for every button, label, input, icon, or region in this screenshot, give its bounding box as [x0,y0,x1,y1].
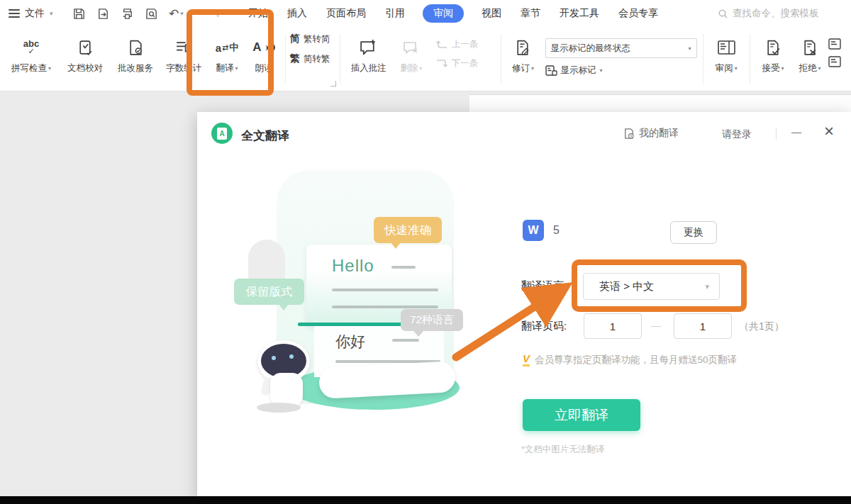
proofread-button[interactable]: 文档校对 [60,33,111,74]
menu-tab-bar: 开始 插入 页面布局 引用 审阅 视图 章节 开发工具 会员专享 [247,0,660,27]
translate-now-button[interactable]: 立即翻译 [523,399,640,431]
my-translations-icon [623,128,635,140]
file-menu[interactable]: 文件 ▾ [9,0,53,27]
page-from-input[interactable]: 1 [584,313,642,339]
close-button[interactable]: × [824,123,834,140]
previous-comment-button[interactable]: 上一条 [435,38,496,50]
tab-view[interactable]: 视图 [480,5,503,22]
ribbon-divider [750,34,750,84]
insert-comment-icon [359,33,378,62]
wps-writer-window: 文件 ▾ ↶▾ ↷ ∨ 开始 插入 页面布局 引用 审阅 视图 章节 开发工具 … [0,0,851,504]
tab-review[interactable]: 审阅 [423,4,464,23]
spellcheck-button[interactable]: abc✓ 拼写检查▾ [3,33,60,74]
ribbon-review: abc✓ 拼写检查▾ 文档校对 批改服务 字数统计 a⇄中 翻译▾ A 朗读 [0,27,851,91]
tag-keep-layout: 保留版式 [234,279,304,305]
hamburger-icon [9,9,20,18]
markup-state-dropdown[interactable]: 显示标记的最终状态▾ [545,38,697,58]
tab-page-layout[interactable]: 页面布局 [325,5,367,22]
tab-dev-tools[interactable]: 开发工具 [558,5,601,22]
simplified-icon: 简 [290,33,300,45]
partial-icon [828,56,847,67]
document-area [469,94,851,114]
save-button[interactable] [72,7,86,21]
read-aloud-button[interactable]: A 朗读 [247,33,281,74]
undo-button[interactable]: ↶▾ [169,8,184,20]
next-comment-button[interactable]: 下一条 [435,57,496,69]
robot-body [270,373,303,407]
redo-button[interactable]: ↷ [194,7,204,20]
customize-toolbar-button[interactable]: ∨ [215,7,221,20]
tab-insert[interactable]: 插入 [286,5,308,22]
translate-button[interactable]: a⇄中 翻译▾ [207,33,247,74]
total-pages: （共1页） [739,320,784,333]
review-pane-button[interactable]: 审阅▾ [707,33,745,74]
traditional-icon: 繁 [290,52,300,65]
ribbon-group-convert: 简繁转简 繁简转繁 [287,27,338,91]
document-proof-icon [77,33,94,62]
track-changes-icon [514,33,532,62]
quick-access-toolbar: ↶▾ ↷ ∨ [72,0,221,27]
language-dropdown[interactable]: 英语 > 中文 [583,273,720,300]
reject-icon [801,33,819,62]
tab-member[interactable]: 会员专享 [617,5,660,22]
login-link[interactable]: 请登录 [722,128,752,141]
header-divider [776,128,777,140]
read-aloud-icon: A [252,40,274,55]
search-icon [718,9,728,19]
print-preview-button[interactable] [145,7,158,21]
print-button[interactable] [121,7,134,21]
file-menu-label: 文件 [25,7,45,20]
file-name: 5 [553,224,560,237]
image-translate-footnote: *文档中图片无法翻译 [521,444,604,456]
ribbon-divider [285,34,286,84]
ribbon-group-review-pane: 审阅▾ [704,27,748,91]
next-icon [435,58,448,69]
language-label: 翻译语言: [521,279,567,293]
review-pane-icon [717,33,736,62]
simp-to-trad-button[interactable]: 繁简转繁 [290,52,330,65]
bottom-bar [0,496,851,504]
translate-icon: a⇄中 [216,41,239,54]
writer-file-icon: W [523,220,544,241]
command-search[interactable]: 查找命令、搜索模板 [718,0,819,27]
accept-icon [764,33,782,62]
word-count-button[interactable]: 字数统计 [160,33,207,74]
grading-icon [127,33,145,62]
delete-comment-button[interactable]: 删除▾ [393,33,430,74]
ribbon-group-comments: 插入批注 删除▾ 上一条 下一条 [342,27,499,91]
reject-button[interactable]: 拒绝▾ [791,33,828,74]
show-markup-button[interactable]: 显示标记▾ [545,65,699,77]
scroll-source-text: Hello [332,256,374,276]
minimize-button[interactable]: — [791,127,801,137]
export-button[interactable] [96,7,110,21]
page-range-dash: — [651,320,661,331]
chevron-down-icon: ▾ [50,10,53,17]
tab-section[interactable]: 章节 [519,5,542,22]
page-to-input[interactable]: 1 [674,313,732,339]
group-expand-icon[interactable] [330,81,336,86]
pages-label: 翻译页码: [521,320,567,333]
accept-button[interactable]: 接受▾ [755,33,791,74]
dialog-title: 全文翻译 [241,128,289,144]
full-text-translate-dialog: A 全文翻译 我的翻译 请登录 — × Hello 你好 [197,112,851,498]
ribbon-partial-buttons[interactable] [828,33,848,67]
tab-home[interactable]: 开始 [247,5,269,22]
member-icon: V [523,353,530,366]
my-translations-link[interactable]: 我的翻译 [623,127,679,140]
ribbon-group-tracking: 修订▾ 显示标记的最终状态▾ 显示标记▾ [503,27,701,91]
tag-fast-accurate: 快速准确 [374,217,442,243]
ribbon-group-proofing: abc✓ 拼写检查▾ 文档校对 批改服务 字数统计 a⇄中 翻译▾ A 朗读 [0,27,284,91]
ribbon-divider [703,34,703,84]
word-count-icon [174,33,194,62]
show-markup-icon [545,65,557,77]
tab-references[interactable]: 引用 [384,5,406,22]
insert-comment-button[interactable]: 插入批注 [345,33,393,74]
trad-to-simp-button[interactable]: 简繁转简 [290,33,330,45]
tag-72-languages: 72种语言 [401,309,463,331]
partial-icon [828,38,847,50]
scroll-target-text: 你好 [335,332,365,352]
change-file-button[interactable]: 更换 [670,221,717,244]
grading-service-button[interactable]: 批改服务 [111,33,160,74]
track-changes-button[interactable]: 修订▾ [506,33,541,74]
member-note: V 会员尊享指定页翻译功能，且每月赠送50页翻译 [523,353,737,366]
